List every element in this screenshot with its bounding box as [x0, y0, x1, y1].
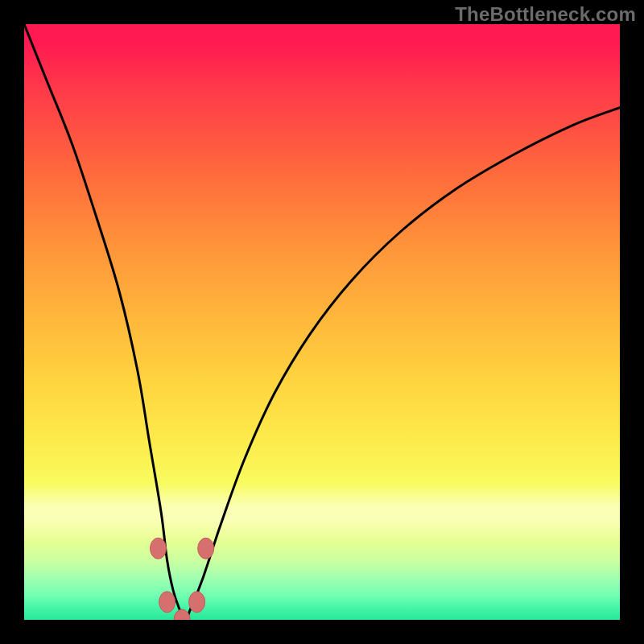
- curve-marker: [198, 538, 214, 559]
- watermark-text: TheBottleneck.com: [455, 3, 636, 26]
- bottleneck-curve-svg: [24, 24, 620, 620]
- curve-markers: [151, 538, 214, 620]
- curve-marker: [151, 538, 167, 559]
- curve-marker: [159, 592, 175, 613]
- plot-area: [24, 24, 620, 620]
- curve-marker: [189, 592, 205, 613]
- curve-marker: [174, 609, 190, 620]
- bottleneck-curve-path: [24, 24, 620, 620]
